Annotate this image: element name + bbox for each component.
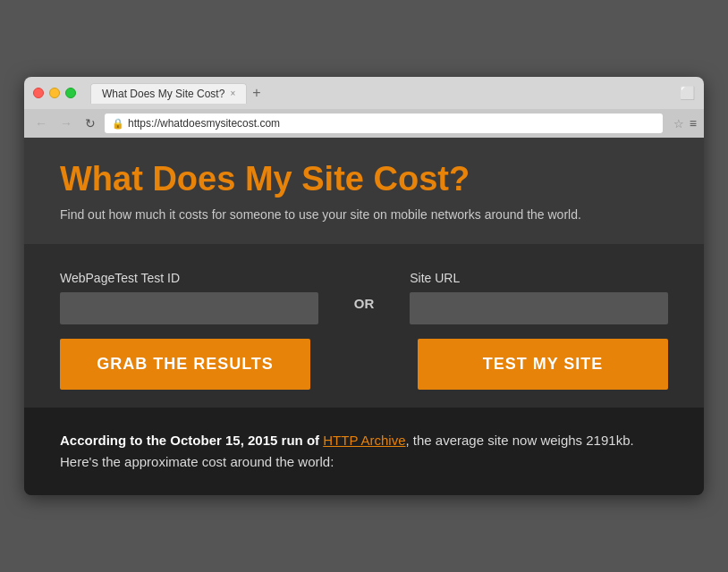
menu-icon[interactable]: ≡ (690, 116, 697, 130)
new-tab-button[interactable]: + (247, 85, 266, 101)
browser-window: What Does My Site Cost? × + ⬜ ← → ↻ 🔒 ht… (24, 77, 704, 495)
title-bar: What Does My Site Cost? × + ⬜ (24, 77, 704, 109)
address-bar: ← → ↻ 🔒 https://whatdoesmysitecost.com ☆… (24, 109, 704, 138)
address-url: https://whatdoesmysitecost.com (128, 117, 656, 130)
minimize-button[interactable] (49, 88, 60, 98)
address-input-wrapper[interactable]: 🔒 https://whatdoesmysitecost.com (105, 114, 663, 133)
site-title: What Does My Site Cost? (60, 160, 668, 198)
maximize-button[interactable] (65, 88, 76, 98)
url-input[interactable] (410, 292, 668, 324)
forward-button[interactable]: → (56, 114, 76, 132)
close-button[interactable] (33, 88, 44, 98)
traffic-lights (33, 88, 76, 98)
browser-tab[interactable]: What Does My Site Cost? × (90, 83, 247, 104)
url-label: Site URL (410, 271, 668, 285)
tab-close-icon[interactable]: × (230, 88, 235, 98)
wpt-group: WebPageTest Test ID (60, 271, 318, 324)
window-control[interactable]: ⬜ (680, 86, 695, 100)
footer-text-before: According to the October 15, 2015 run of (60, 433, 323, 448)
or-divider: OR (354, 271, 375, 318)
site-header: What Does My Site Cost? Find out how muc… (24, 138, 704, 244)
site-subtitle: Find out how much it costs for someone t… (60, 207, 668, 222)
back-button[interactable]: ← (31, 114, 51, 132)
refresh-button[interactable]: ↻ (81, 114, 99, 132)
form-row: WebPageTest Test ID OR Site URL (60, 271, 668, 324)
wpt-label: WebPageTest Test ID (60, 271, 318, 285)
wpt-input[interactable] (60, 292, 318, 324)
bookmark-icon[interactable]: ☆ (673, 117, 684, 130)
form-section: WebPageTest Test ID OR Site URL GRAB THE… (60, 244, 668, 408)
grab-results-button[interactable]: GRAB THE RESULTS (60, 339, 310, 390)
http-archive-link[interactable]: HTTP Archive (323, 433, 405, 448)
footer-section: According to the October 15, 2015 run of… (24, 408, 704, 495)
tab-area: What Does My Site Cost? × + (90, 83, 673, 104)
or-spacer (346, 339, 382, 390)
lock-icon: 🔒 (112, 118, 124, 130)
button-row: GRAB THE RESULTS TEST MY SITE (60, 339, 668, 390)
test-site-button[interactable]: TEST MY SITE (418, 339, 668, 390)
tab-title: What Does My Site Cost? (102, 88, 224, 100)
url-group: Site URL (410, 271, 668, 324)
site-content: What Does My Site Cost? Find out how muc… (24, 138, 704, 495)
